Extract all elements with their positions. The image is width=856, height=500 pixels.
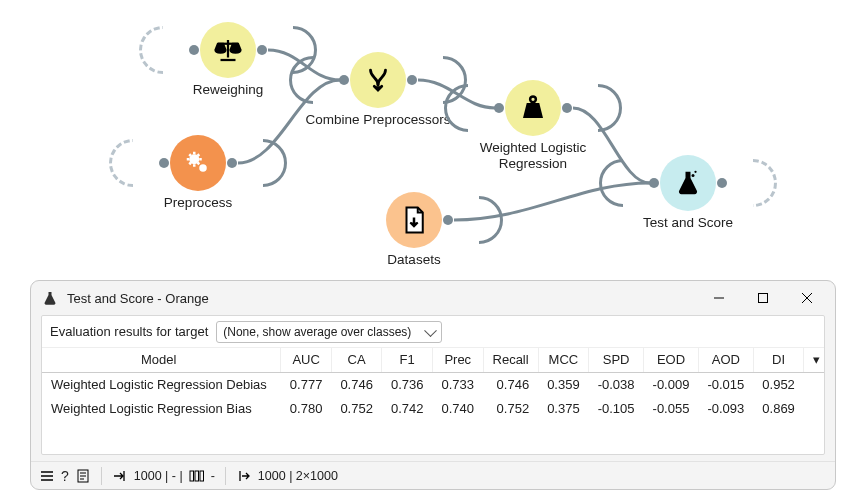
col-prec[interactable]: Prec: [432, 348, 483, 372]
node-reweighing[interactable]: Reweighing: [200, 22, 256, 78]
target-class-value: (None, show average over classes): [223, 325, 411, 339]
weight-icon: [518, 93, 548, 123]
svg-rect-7: [190, 471, 194, 481]
cell-metric: -0.038: [589, 372, 644, 396]
cell-model: Weighted Logistic Regression Debias: [42, 372, 281, 396]
col-di[interactable]: DI: [753, 348, 804, 372]
evaluation-label: Evaluation results for target: [50, 324, 208, 339]
node-combine-preprocessors[interactable]: Combine Preprocessors: [350, 52, 406, 108]
input-port[interactable]: [488, 92, 504, 124]
scale-icon: [213, 35, 243, 65]
cell-model: Weighted Logistic Regression Bias: [42, 396, 281, 420]
file-download-icon: [399, 205, 429, 235]
cell-metric: 0.952: [753, 372, 804, 396]
report-icon[interactable]: [75, 468, 91, 484]
window-content: Evaluation results for target (None, sho…: [41, 315, 825, 455]
table-row[interactable]: Weighted Logistic Regression Debias0.777…: [42, 372, 825, 396]
svg-rect-9: [200, 471, 204, 481]
target-class-select[interactable]: (None, show average over classes): [216, 321, 442, 343]
svg-point-1: [199, 164, 207, 172]
col-spd[interactable]: SPD: [589, 348, 644, 372]
status-output-text: 1000 | 2×1000: [258, 469, 338, 483]
cell-metric: 0.780: [281, 396, 332, 420]
gears-icon: [183, 148, 213, 178]
input-arrow-icon: [112, 468, 128, 484]
node-label: Combine Preprocessors: [298, 112, 458, 128]
cell-metric: 0.736: [382, 372, 433, 396]
output-arrow-icon: [236, 468, 252, 484]
col-eod[interactable]: EOD: [644, 348, 699, 372]
close-button[interactable]: [785, 283, 829, 313]
cell-metric: 0.733: [432, 372, 483, 396]
results-table[interactable]: Model AUC CA F1 Prec Recall MCC SPD EOD …: [42, 348, 825, 420]
cell-metric: -0.009: [644, 372, 699, 396]
minimize-button[interactable]: [697, 283, 741, 313]
input-port[interactable]: [643, 167, 659, 199]
svg-rect-5: [759, 294, 768, 303]
sort-indicator[interactable]: ▾: [804, 348, 825, 372]
cell-metric: -0.093: [698, 396, 753, 420]
cell-metric: 0.746: [331, 372, 382, 396]
col-auc[interactable]: AUC: [281, 348, 332, 372]
output-port[interactable]: [717, 167, 733, 199]
cell-metric: 0.359: [538, 372, 589, 396]
col-aod[interactable]: AOD: [698, 348, 753, 372]
output-port[interactable]: [443, 204, 459, 236]
workflow-canvas[interactable]: Reweighing Combine Preprocessors Preproc…: [0, 0, 856, 280]
columns-icon: [189, 468, 205, 484]
test-and-score-window: Test and Score - Orange Evaluation resul…: [30, 280, 836, 490]
cell-metric: 0.752: [331, 396, 382, 420]
status-input-text: 1000 | - |: [134, 469, 183, 483]
status-dash: -: [211, 469, 215, 483]
maximize-button[interactable]: [741, 283, 785, 313]
table-header-row: Model AUC CA F1 Prec Recall MCC SPD EOD …: [42, 348, 825, 372]
col-recall[interactable]: Recall: [483, 348, 538, 372]
cell-metric: 0.375: [538, 396, 589, 420]
combine-icon: [363, 65, 393, 95]
cell-metric: 0.742: [382, 396, 433, 420]
cell-metric: -0.105: [589, 396, 644, 420]
orange-app-icon: [41, 289, 59, 307]
input-port[interactable]: [333, 64, 349, 96]
col-f1[interactable]: F1: [382, 348, 433, 372]
node-datasets[interactable]: Datasets: [386, 192, 442, 248]
statusbar: ? 1000 | - | - 1000 | 2×1000: [31, 461, 835, 489]
svg-point-2: [530, 96, 536, 102]
node-label: Reweighing: [148, 82, 308, 98]
node-test-and-score[interactable]: Test and Score: [660, 155, 716, 211]
svg-point-4: [694, 171, 696, 173]
cell-metric: 0.752: [483, 396, 538, 420]
menu-icon[interactable]: [39, 468, 55, 484]
node-label: Test and Score: [608, 215, 768, 231]
help-icon[interactable]: ?: [61, 469, 69, 483]
cell-metric: 0.746: [483, 372, 538, 396]
node-label: Datasets: [334, 252, 494, 268]
cell-metric: -0.015: [698, 372, 753, 396]
input-port[interactable]: [153, 147, 169, 179]
output-port[interactable]: [257, 34, 273, 66]
node-preprocess[interactable]: Preprocess: [170, 135, 226, 191]
output-port[interactable]: [562, 92, 578, 124]
input-port[interactable]: [183, 34, 199, 66]
col-mcc[interactable]: MCC: [538, 348, 589, 372]
cell-metric: -0.055: [644, 396, 699, 420]
svg-rect-8: [195, 471, 199, 481]
col-model[interactable]: Model: [42, 348, 281, 372]
flask-icon: [673, 168, 703, 198]
cell-metric: 0.740: [432, 396, 483, 420]
table-row[interactable]: Weighted Logistic Regression Bias0.7800.…: [42, 396, 825, 420]
output-port[interactable]: [227, 147, 243, 179]
svg-point-3: [692, 174, 695, 177]
node-label: Weighted Logistic Regression: [458, 140, 608, 172]
col-ca[interactable]: CA: [331, 348, 382, 372]
node-label: Preprocess: [118, 195, 278, 211]
window-title: Test and Score - Orange: [67, 291, 209, 306]
output-port[interactable]: [407, 64, 423, 96]
evaluation-toolbar: Evaluation results for target (None, sho…: [42, 316, 824, 348]
cell-metric: 0.777: [281, 372, 332, 396]
titlebar[interactable]: Test and Score - Orange: [31, 281, 835, 315]
node-weighted-logistic-regression[interactable]: Weighted Logistic Regression: [505, 80, 561, 136]
cell-metric: 0.869: [753, 396, 804, 420]
